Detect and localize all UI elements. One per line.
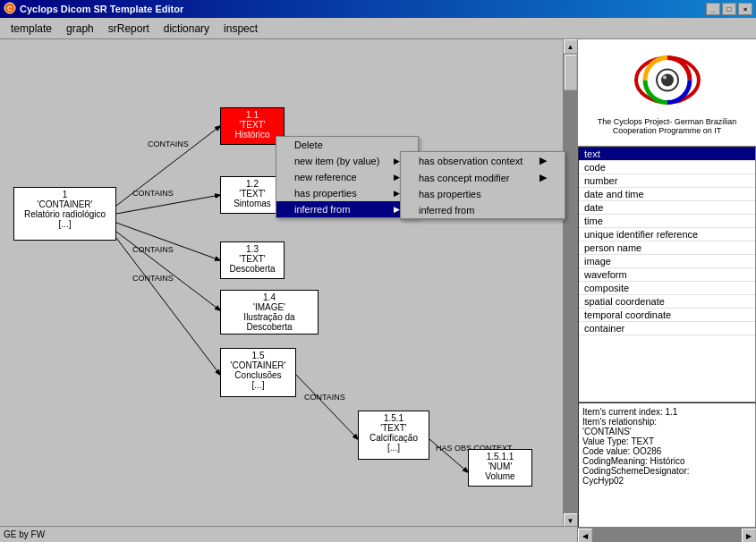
node-1511-line1: 1.5.1.1 bbox=[472, 452, 528, 462]
info-line-5: Code value: OO286 bbox=[582, 446, 752, 456]
close-button[interactable]: × bbox=[738, 3, 752, 15]
submenu-arrow-has-props: ▶ bbox=[394, 189, 400, 198]
canvas-area: CONTAINS CONTAINS CONTAINS CONTAINS CONT… bbox=[0, 39, 577, 542]
info-line-8: CycHyp02 bbox=[582, 476, 752, 486]
node-15-line4: [...] bbox=[225, 380, 292, 390]
submenu-has-properties[interactable]: has properties bbox=[401, 186, 565, 202]
node-15-line2: 'CONTAINER' bbox=[225, 360, 292, 370]
node-13-line1: 1.3 bbox=[225, 244, 280, 254]
node-151-line4: [...] bbox=[362, 443, 425, 453]
minimize-button[interactable]: _ bbox=[706, 3, 720, 15]
submenu-arrow-obs: ▶ bbox=[539, 155, 547, 166]
info-line-1: Item's current index: 1.1 bbox=[582, 407, 752, 417]
title-bar-icon: C bbox=[4, 2, 16, 16]
canvas-vscrollbar[interactable]: ▲ ▼ bbox=[563, 39, 577, 528]
submenu-arrow-new-ref: ▶ bbox=[394, 173, 400, 182]
context-menu: Delete new item (by value) ▶ new referen… bbox=[276, 136, 419, 218]
node-14-line1: 1.4 bbox=[225, 292, 314, 302]
maximize-button[interactable]: □ bbox=[722, 3, 736, 15]
menu-bar: template graph srReport dictionary inspe… bbox=[0, 18, 756, 39]
submenu-has-obs-context[interactable]: has observation context ▶ bbox=[401, 152, 565, 169]
node-1-line2: 'CONTAINER' bbox=[18, 199, 112, 209]
main-area: CONTAINS CONTAINS CONTAINS CONTAINS CONT… bbox=[0, 39, 756, 542]
type-item-temporal[interactable]: temporal coordinate bbox=[579, 309, 755, 322]
info-line-2: Item's relationship: bbox=[582, 417, 752, 427]
info-panel: Item's current index: 1.1 Item's relatio… bbox=[578, 402, 756, 528]
node-14-line3: Ilustração da Descoberta bbox=[225, 312, 314, 332]
type-item-spatial[interactable]: spatial coordenate bbox=[579, 295, 755, 309]
type-item-number[interactable]: number bbox=[579, 174, 755, 188]
svg-line-11 bbox=[296, 375, 358, 439]
svg-line-4 bbox=[116, 195, 220, 214]
type-item-time[interactable]: time bbox=[579, 215, 755, 228]
node-151-line2: 'TEXT' bbox=[362, 423, 425, 433]
node-11-line3: Histórico bbox=[225, 130, 280, 140]
menu-srreport[interactable]: srReport bbox=[101, 21, 157, 37]
type-item-datetime[interactable]: date and time bbox=[579, 188, 755, 201]
submenu-has-concept-modifier[interactable]: has concept modifier ▶ bbox=[401, 169, 565, 186]
node-15-line1: 1.5 bbox=[225, 351, 292, 360]
node-14-line2: 'IMAGE' bbox=[225, 302, 314, 312]
node-1-3[interactable]: 1.3 'TEXT' Descoberta bbox=[220, 241, 285, 279]
type-item-waveform[interactable]: waveform bbox=[579, 268, 755, 282]
submenu-arrow-new-item: ▶ bbox=[394, 157, 400, 165]
menu-graph[interactable]: graph bbox=[59, 21, 101, 37]
info-line-4: Value Type: TEXT bbox=[582, 436, 752, 446]
svg-text:CONTAINS: CONTAINS bbox=[132, 274, 174, 283]
scroll-up-btn[interactable]: ▲ bbox=[564, 39, 578, 54]
menu-dictionary[interactable]: dictionary bbox=[157, 21, 217, 37]
scroll-thumb[interactable] bbox=[565, 55, 577, 90]
menu-template[interactable]: template bbox=[4, 21, 59, 37]
svg-text:CONTAINS: CONTAINS bbox=[132, 245, 174, 254]
context-menu-new-item[interactable]: new item (by value) ▶ bbox=[276, 153, 418, 169]
menu-inspect[interactable]: inspect bbox=[217, 21, 265, 37]
logo-text: The Cyclops Project- German Brazilian Co… bbox=[585, 117, 749, 135]
submenu-inferred-from[interactable]: inferred from bbox=[401, 202, 565, 219]
node-13-line3: Descoberta bbox=[225, 264, 280, 274]
svg-text:CONTAINS: CONTAINS bbox=[148, 140, 189, 148]
node-1-5-1[interactable]: 1.5.1 'TEXT' Calcificação [...] bbox=[358, 411, 429, 460]
node-11-line2: 'TEXT' bbox=[225, 120, 280, 130]
svg-text:C: C bbox=[7, 4, 13, 13]
node-12-line2: 'TEXT' bbox=[225, 189, 280, 199]
context-menu-has-properties[interactable]: has properties ▶ bbox=[276, 185, 418, 201]
context-menu-inferred-from[interactable]: inferred from ▶ bbox=[276, 201, 418, 217]
node-1511-line3: Volume bbox=[472, 471, 528, 481]
type-list: text code number date and time date time… bbox=[578, 147, 756, 402]
context-menu-new-reference[interactable]: new reference ▶ bbox=[276, 169, 418, 185]
submenu-arrow-concept: ▶ bbox=[539, 172, 547, 183]
info-line-7: CodingSchemeDesignator: bbox=[582, 466, 752, 476]
status-text: GE by FW bbox=[4, 529, 45, 539]
node-1-5[interactable]: 1.5 'CONTAINER' Conclusões [...] bbox=[220, 348, 296, 397]
info-line-6: CodingMeaning: Histórico bbox=[582, 456, 752, 466]
logo-image bbox=[627, 51, 708, 114]
svg-line-8 bbox=[116, 232, 220, 310]
submenu-arrow-inferred: ▶ bbox=[394, 205, 400, 214]
submenu: has observation context ▶ has concept mo… bbox=[400, 151, 565, 220]
type-item-code[interactable]: code bbox=[579, 161, 755, 174]
hscroll-track bbox=[592, 529, 742, 542]
node-1-line1: 1 bbox=[18, 190, 112, 199]
node-1[interactable]: 1 'CONTAINER' Relatório radiológico [...… bbox=[13, 187, 116, 241]
type-item-uid[interactable]: unique identifier reference bbox=[579, 228, 755, 241]
hscroll-right-btn[interactable]: ▶ bbox=[742, 529, 756, 542]
node-13-line2: 'TEXT' bbox=[225, 254, 280, 264]
type-item-person[interactable]: person name bbox=[579, 241, 755, 255]
title-text: Cyclops Dicom SR Template Editor bbox=[20, 4, 183, 14]
node-12-line3: Sintomas bbox=[225, 199, 280, 208]
type-item-composite[interactable]: composite bbox=[579, 282, 755, 295]
node-1-4[interactable]: 1.4 'IMAGE' Ilustração da Descoberta bbox=[220, 290, 319, 335]
hscroll-left-btn[interactable]: ◀ bbox=[578, 529, 592, 542]
cyclops-logo: The Cyclops Project- German Brazilian Co… bbox=[578, 39, 756, 147]
svg-line-6 bbox=[116, 223, 220, 260]
node-1-line4: [...] bbox=[18, 219, 112, 229]
type-item-container[interactable]: container bbox=[579, 322, 755, 335]
context-menu-delete[interactable]: Delete bbox=[276, 137, 418, 153]
title-bar: C Cyclops Dicom SR Template Editor _ □ × bbox=[0, 0, 756, 18]
svg-point-17 bbox=[661, 73, 674, 86]
node-12-line1: 1.2 bbox=[225, 179, 280, 189]
type-item-text[interactable]: text bbox=[579, 148, 755, 161]
type-item-image[interactable]: image bbox=[579, 255, 755, 268]
type-item-date[interactable]: date bbox=[579, 201, 755, 215]
node-1-5-1-1[interactable]: 1.5.1.1 'NUM' Volume bbox=[468, 449, 532, 487]
